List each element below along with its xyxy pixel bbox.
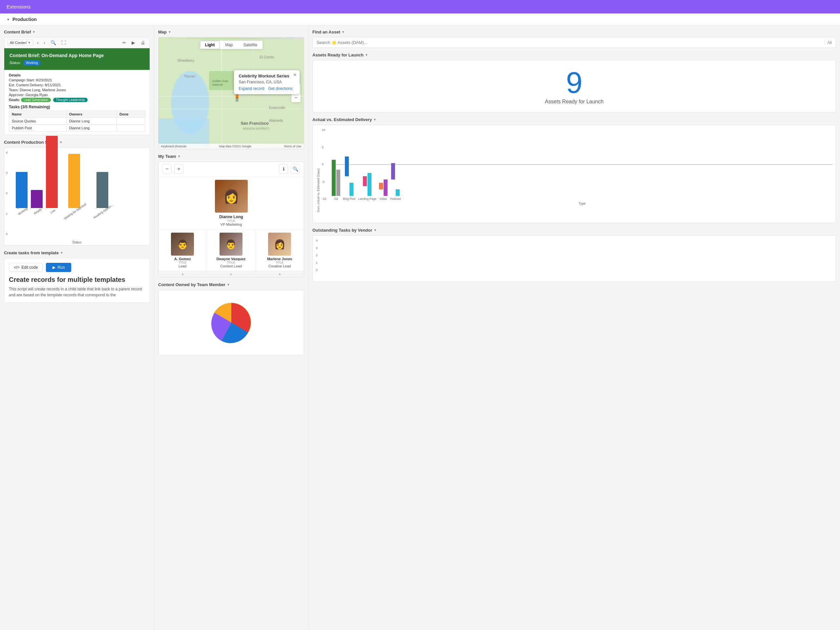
team-info-button[interactable]: ℹ — [279, 164, 288, 174]
map-tab-light[interactable]: Light — [200, 41, 220, 49]
run-label: Run — [57, 265, 65, 270]
brief-content: Content Brief: On-Demand App Home Page S… — [4, 48, 150, 135]
edit-code-button[interactable]: </> Edit code — [9, 263, 43, 272]
content-production-widget: Content Production Status ▼ Number of re… — [4, 140, 150, 246]
podcast-bar-1 — [391, 163, 395, 180]
ot-y3: 3 — [316, 246, 317, 250]
ad-bar-1 — [332, 160, 336, 196]
est-delivery: Est. Content Delivery: 8/11/2021 — [9, 83, 145, 87]
create-tasks-header: Create tasks from template ▼ — [4, 250, 150, 255]
script-title: Create records for multiple templates — [9, 276, 145, 284]
dwayne-role: Content Lead — [210, 264, 253, 268]
blog-bar-1 — [345, 156, 349, 176]
search-icon[interactable]: 🔍 — [49, 39, 57, 46]
avd-y-5: -5 — [322, 180, 326, 183]
table-row: Publish Post Dianne Long — [9, 125, 145, 131]
team-zoom-in-button[interactable]: + — [174, 164, 183, 174]
landing-label: Landing Page — [358, 197, 377, 201]
goals-row: Goals: Lead Generation Thought Leadershi… — [9, 98, 145, 102]
map-background: Golden Gate National El Cerrito Albany B… — [158, 38, 304, 149]
expand-record-link[interactable]: Expand record — [238, 86, 264, 91]
assets-ready-dropdown[interactable]: ▼ — [365, 53, 368, 57]
map-dropdown[interactable]: ▼ — [168, 30, 171, 34]
marlene-name: Marlene Jones — [258, 257, 301, 261]
col-owners: Owners — [66, 111, 117, 118]
nav-next-icon[interactable]: › — [42, 39, 47, 46]
dwayne-name: Dwayne Vasquez — [210, 257, 253, 261]
get-directions-link[interactable]: Get directions — [268, 86, 292, 91]
expand-icon[interactable]: ⛶ — [60, 39, 67, 46]
bar-label-ready: Ready — [33, 208, 42, 215]
dianne-photo: 👩 — [215, 180, 248, 213]
y4: 4 — [6, 151, 8, 154]
content-owned-title: Content Owned by Team Member — [158, 282, 226, 287]
map-popup: Celebrity Workout Series San Francisco, … — [234, 70, 300, 94]
avd-dropdown[interactable]: ▼ — [373, 118, 376, 122]
zoom-out-button[interactable]: − — [291, 93, 300, 103]
gomez-name: A. Gomez — [161, 257, 204, 261]
avd-bar-blog: Blog Post — [343, 176, 356, 201]
team-search-button[interactable]: 🔍 — [291, 164, 300, 174]
map-widget: Map ▼ — [158, 30, 304, 149]
asset-search-input[interactable] — [317, 40, 822, 45]
landing-bar-1 — [363, 176, 367, 186]
y3: 3 — [6, 171, 8, 175]
edit-icon[interactable]: ✏ — [121, 39, 128, 46]
content-brief-dropdown[interactable]: ▼ — [32, 30, 35, 34]
avd-y-label: Sum: Actual vs. Estimated (Days) — [316, 128, 322, 214]
svg-text:Tiburon: Tiburon — [184, 74, 196, 78]
avd-header: Actual vs. Estimated Delivery ▼ — [313, 117, 836, 122]
assets-ready-card: 9 Assets Ready for Launch — [313, 60, 836, 112]
map-title: Map — [158, 30, 167, 35]
map-shortcuts[interactable]: Keyboard shortcuts — [161, 145, 187, 148]
pie-chart — [202, 296, 261, 349]
brief-toolbar: All Conten' ▼ ‹ › 🔍 ⛶ ✏ ▶ 🖨 — [4, 38, 150, 48]
outstanding-y-axis: 4 3 2 1 0 — [316, 239, 317, 272]
production-chevron[interactable]: ▼ — [6, 18, 10, 21]
y0: 0 — [6, 232, 8, 235]
team-bottom-row: 👨 A. Gomez TITLE Lead 👨 Dwayne Vasquez T… — [158, 230, 304, 271]
content-owned-dropdown[interactable]: ▼ — [227, 283, 230, 286]
create-tasks-dropdown[interactable]: ▼ — [60, 251, 63, 255]
status-label: Status: — [9, 61, 21, 65]
svg-text:El Cerrito: El Cerrito — [259, 55, 274, 59]
bar-label-live: Live — [49, 208, 56, 214]
actual-vs-estimated-widget: Actual vs. Estimated Delivery ▼ Sum: Act… — [313, 117, 836, 223]
run-icon: ▶ — [52, 265, 55, 270]
team-toolbar: − + ℹ 🔍 — [158, 162, 304, 177]
task-owner-2: Dianne Long — [66, 125, 117, 131]
scroll-btn-1[interactable]: ∧ — [158, 271, 207, 277]
my-team-dropdown[interactable]: ▼ — [177, 155, 181, 158]
video-bar-2 — [384, 180, 387, 196]
terms-of-use[interactable]: Terms of Use — [284, 145, 301, 148]
ot-y2: 2 — [316, 254, 317, 257]
avd-y10: 10 — [322, 128, 326, 131]
header-title: Extensions — [6, 4, 30, 9]
team: Team: Dianne Long, Marlene Jones — [9, 88, 145, 92]
brief-details: Details Campaign Start: 8/23/2021 Est. C… — [4, 70, 150, 135]
bars-area: Working Ready Live — [16, 151, 146, 213]
y-axis: 4 3 2 1 0 — [6, 151, 8, 235]
print-icon[interactable]: 🖨 — [139, 39, 146, 46]
popup-close-icon[interactable]: ✕ — [293, 72, 297, 77]
map-tab-map[interactable]: Map — [220, 41, 238, 49]
run-button[interactable]: ▶ Run — [46, 263, 71, 272]
video-bar-1 — [379, 183, 383, 189]
bar-group-working: Working — [16, 172, 28, 213]
filter-dropdown[interactable]: All Conten' ▼ — [8, 40, 33, 46]
nav-prev-icon[interactable]: ‹ — [36, 39, 40, 46]
team-zoom-out-button[interactable]: − — [163, 164, 172, 174]
play-icon[interactable]: ▶ — [130, 39, 136, 46]
ot-y0: 0 — [316, 268, 317, 272]
map-tab-satellite[interactable]: Satellite — [238, 41, 262, 49]
production-status-dropdown[interactable]: ▼ — [59, 141, 63, 144]
find-asset-dropdown[interactable]: ▼ — [341, 30, 345, 34]
edit-code-label: Edit code — [21, 265, 38, 270]
content-owned-header: Content Owned by Team Member ▼ — [158, 282, 304, 287]
outstanding-tasks-dropdown[interactable]: ▼ — [374, 228, 377, 232]
scroll-btn-2[interactable]: ∧ — [207, 271, 256, 277]
team-right-controls: ℹ 🔍 — [279, 164, 300, 174]
landing-bar-pair — [363, 173, 371, 196]
zero-line — [332, 164, 832, 165]
scroll-btn-3[interactable]: ∧ — [255, 271, 304, 277]
